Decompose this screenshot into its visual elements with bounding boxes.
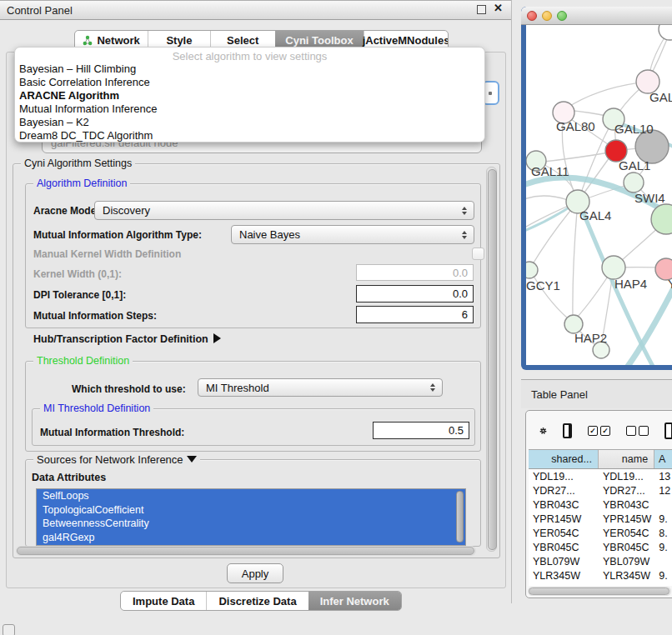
table-cell: YER054C bbox=[599, 526, 654, 540]
dropdown-item[interactable]: Bayesian – Hill Climbing bbox=[19, 62, 136, 76]
mi-type-combo[interactable]: Naive Bayes bbox=[231, 225, 474, 244]
cyni-settings-title: Cyni Algorithm Settings bbox=[21, 158, 135, 169]
split-columns-icon[interactable] bbox=[563, 423, 572, 438]
table-row[interactable]: YER054CYER054C8. bbox=[529, 526, 672, 540]
control-panel-title: Control Panel bbox=[0, 4, 73, 17]
apply-button[interactable]: Apply bbox=[227, 563, 283, 583]
network-node-swi4[interactable] bbox=[651, 204, 672, 234]
settings-vertical-scrollbar[interactable] bbox=[486, 167, 497, 552]
bottom-left-partial-icon[interactable] bbox=[3, 624, 15, 635]
tab-label: jActiveMNodules bbox=[363, 34, 449, 47]
manual-kernel-checkbox bbox=[472, 248, 484, 260]
table-cell: 12 bbox=[654, 483, 672, 498]
aracne-mode-combo[interactable]: Discovery bbox=[94, 201, 474, 220]
dpi-tolerance-label: DPI Tolerance [0,1]: bbox=[33, 289, 126, 301]
network-node-label: GAL11 bbox=[531, 164, 569, 178]
dpi-tolerance-field[interactable]: 0.0 bbox=[356, 285, 474, 302]
bottom-tab-discretize-data[interactable]: Discretize Data bbox=[206, 592, 308, 610]
attribute-list-item[interactable]: gal4RGexp bbox=[37, 531, 465, 545]
table-cell: YBR043C bbox=[529, 498, 599, 512]
attribute-list-item[interactable]: TopologicalCoefficient bbox=[37, 503, 465, 518]
network-node-label: SWI4 bbox=[634, 191, 665, 205]
column-header-A[interactable]: A bbox=[654, 450, 672, 468]
bottom-tab-infer-network[interactable]: Infer Network bbox=[308, 592, 401, 610]
column-header-shared[interactable]: shared... bbox=[529, 450, 599, 468]
float-window-icon[interactable] bbox=[477, 5, 486, 14]
hub-definition-expander[interactable]: Hub/Transcription Factor Definition bbox=[33, 333, 221, 345]
attribute-list-item[interactable]: SelfLoops bbox=[37, 489, 465, 503]
minimize-traffic-light-icon[interactable] bbox=[542, 11, 552, 21]
network-node-label: HAP4 bbox=[614, 277, 647, 291]
table-cell: YLR345W bbox=[529, 568, 599, 582]
table-cell: YPR145W bbox=[529, 512, 599, 526]
bottom-tab-impute-data[interactable]: Impute Data bbox=[121, 592, 206, 610]
table-cell: YLR345W bbox=[599, 568, 654, 582]
network-node-label: HAP2 bbox=[574, 331, 607, 345]
mi-threshold-field[interactable]: 0.5 bbox=[373, 422, 469, 439]
manual-kernel-label: Manual Kernel Width Definition bbox=[33, 248, 181, 260]
combo-spinner-icon bbox=[430, 383, 435, 392]
gear-icon[interactable] bbox=[539, 423, 547, 438]
table-horizontal-scrollbar[interactable] bbox=[528, 587, 671, 596]
dropdown-item[interactable]: Dream8 DC_TDC Algorithm bbox=[19, 129, 153, 142]
table-cell: YER054C bbox=[529, 526, 599, 540]
network-node-hap4[interactable] bbox=[602, 256, 625, 279]
kernel-width-value: 0.0 bbox=[453, 267, 468, 279]
table-row[interactable]: YDR27...YDR27...12 bbox=[529, 483, 672, 498]
data-attributes-label: Data Attributes bbox=[32, 472, 106, 483]
network-node-label: Y bbox=[668, 277, 672, 291]
close-traffic-light-icon[interactable] bbox=[527, 11, 537, 21]
table-row[interactable]: YDL19...YDL19...13 bbox=[529, 469, 672, 483]
settings-horizontal-scrollbar[interactable] bbox=[16, 546, 476, 556]
expander-right-icon bbox=[213, 333, 221, 343]
dropdown-item[interactable]: ARACNE Algorithm bbox=[19, 89, 119, 102]
select-all-checks-icon[interactable]: ✓✓ bbox=[588, 426, 610, 436]
attribute-list-item[interactable]: BetweennessCentrality bbox=[37, 517, 465, 531]
dpi-tolerance-value: 0.0 bbox=[453, 288, 468, 300]
network-node[interactable] bbox=[659, 25, 672, 40]
table-cell: YDL19... bbox=[599, 469, 654, 483]
mi-type-label: Mutual Information Algorithm Type: bbox=[33, 229, 202, 241]
kernel-width-field: 0.0 bbox=[356, 264, 474, 281]
network-node-label: GCY1 bbox=[526, 278, 560, 292]
network-view-window: GALGAL80GAL10GAL1GAL11GAL4SWI4GCY1HAP4YH… bbox=[521, 7, 672, 370]
list-scrollbar[interactable] bbox=[456, 491, 464, 542]
table-cell: 9. bbox=[654, 512, 672, 526]
data-attributes-list[interactable]: SelfLoopsTopologicalCoefficientBetweenne… bbox=[36, 488, 466, 546]
table-row[interactable]: YIL052CYIL052C9. bbox=[529, 582, 672, 586]
close-icon[interactable]: ✕ bbox=[494, 2, 503, 14]
document-icon[interactable] bbox=[664, 422, 672, 439]
threshold-definition-title: Threshold Definition bbox=[33, 355, 133, 367]
dropdown-item[interactable]: Bayesian – K2 bbox=[19, 116, 89, 129]
control-panel-titlebar: Control Panel bbox=[0, 0, 511, 20]
table-cell: YDR27... bbox=[599, 483, 654, 498]
table-cell: YBL079W bbox=[599, 554, 654, 568]
dropdown-item[interactable]: Mutual Information Inference bbox=[19, 102, 157, 116]
column-header-name[interactable]: name bbox=[599, 450, 654, 468]
aracne-mode-label: Aracne Mode: bbox=[33, 205, 99, 217]
combo-spinner-icon bbox=[462, 207, 467, 215]
network-window-titlebar bbox=[521, 7, 672, 25]
table-row[interactable]: YPR145WYPR145W9. bbox=[529, 512, 672, 526]
mi-steps-field[interactable]: 6 bbox=[356, 306, 474, 323]
table-row[interactable]: YBL079WYBL079W bbox=[529, 554, 672, 568]
network-icon bbox=[83, 35, 93, 46]
which-threshold-value: MI Threshold bbox=[206, 382, 269, 394]
network-node-gcy1[interactable] bbox=[526, 262, 538, 278]
mi-type-value: Naive Bayes bbox=[239, 228, 300, 241]
table-row[interactable]: YBR043CYBR043C bbox=[529, 498, 672, 512]
table-row[interactable]: YBR045CYBR045C9. bbox=[529, 540, 672, 554]
mi-steps-value: 6 bbox=[462, 308, 468, 321]
table-panel-title: Table Panel bbox=[521, 388, 588, 401]
network-node-label: GAL1 bbox=[619, 158, 650, 172]
network-node[interactable] bbox=[624, 172, 644, 192]
table-row[interactable]: YLR345WYLR345W9. bbox=[529, 568, 672, 582]
sources-title-row[interactable]: Sources for Network Inference bbox=[33, 453, 200, 466]
mi-threshold-group-title: MI Threshold Definition bbox=[40, 402, 153, 414]
dropdown-item[interactable]: Basic Correlation Inference bbox=[19, 76, 150, 89]
deselect-all-checks-icon[interactable] bbox=[626, 426, 649, 436]
which-threshold-combo[interactable]: MI Threshold bbox=[198, 378, 443, 397]
mi-steps-label: Mutual Information Steps: bbox=[33, 310, 157, 322]
zoom-traffic-light-icon[interactable] bbox=[557, 11, 567, 21]
network-canvas[interactable]: GALGAL80GAL10GAL1GAL11GAL4SWI4GCY1HAP4YH… bbox=[526, 25, 672, 365]
